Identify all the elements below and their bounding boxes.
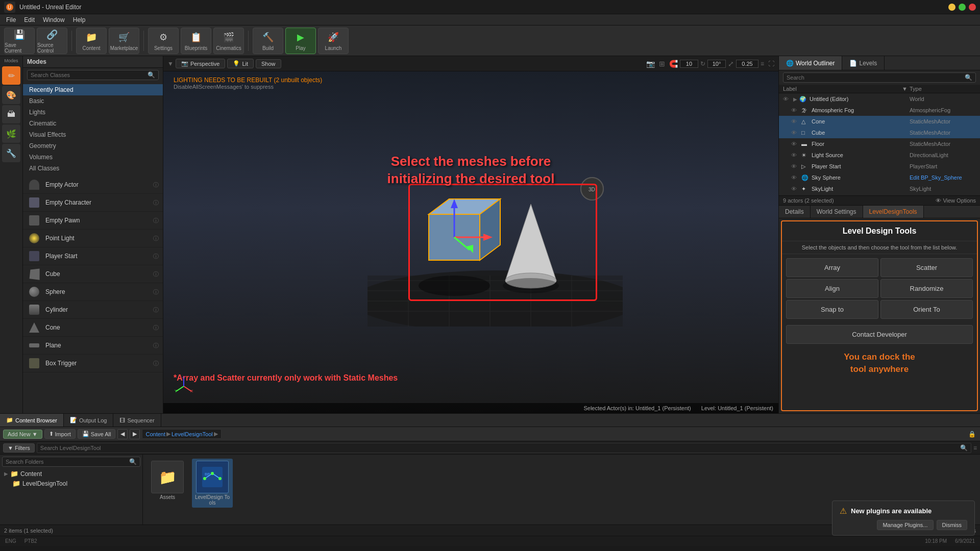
randomize-tool-button[interactable]: Randomize (880, 279, 973, 298)
snap-to-tool-button[interactable]: Snap to (786, 300, 878, 319)
visibility-icon[interactable]: 👁 (791, 152, 799, 158)
folder-search-field[interactable]: 🔍 (2, 457, 140, 467)
launch-button[interactable]: 🚀 Launch (318, 28, 349, 54)
category-cinematic[interactable]: Cinematic (23, 118, 163, 129)
build-button[interactable]: 🔨 Build (253, 28, 283, 54)
outliner-row[interactable]: 👁 △ Cone StaticMeshActor (779, 116, 980, 127)
list-item[interactable]: Empty Character ⓘ (23, 194, 163, 212)
item-info-icon[interactable]: ⓘ (153, 324, 159, 332)
array-tool-button[interactable]: Array (786, 258, 878, 277)
outliner-row[interactable]: 👁 🌫 Atmospheric Fog AtmosphericFog (779, 105, 980, 116)
item-info-icon[interactable]: ⓘ (153, 217, 159, 224)
place-mode-button[interactable]: ✏ (2, 66, 20, 85)
orient-to-tool-button[interactable]: Orient To (880, 300, 973, 319)
world-outliner-tab[interactable]: 🌐 World Outliner (779, 56, 842, 70)
save-all-button[interactable]: 💾 Save All (78, 429, 116, 439)
category-recently-placed[interactable]: Recently Placed (23, 84, 163, 95)
list-item[interactable]: Player Start ⓘ (23, 247, 163, 265)
blueprints-button[interactable]: 📋 Blueprints (181, 28, 211, 54)
import-button[interactable]: ⬆ Import (44, 429, 76, 439)
outliner-search-input[interactable] (787, 74, 965, 81)
item-info-icon[interactable]: ⓘ (153, 199, 159, 207)
output-log-tab[interactable]: 📝 Output Log (64, 414, 113, 427)
list-item[interactable]: Box Trigger ⓘ (23, 355, 163, 372)
list-item[interactable]: Cylinder ⓘ (23, 301, 163, 319)
visibility-icon[interactable]: 👁 (791, 141, 799, 147)
list-item[interactable]: Cube ⓘ (23, 265, 163, 283)
asset-item[interactable]: 📁 Assets (147, 459, 188, 508)
snap-icon[interactable]: 🧲 (669, 60, 678, 68)
item-info-icon[interactable]: ⓘ (153, 235, 159, 242)
play-button[interactable]: ▶ Play (285, 28, 316, 54)
scatter-tool-button[interactable]: Scatter (880, 258, 973, 277)
folder-search-input[interactable] (6, 459, 129, 465)
contact-developer-button[interactable]: Contact Developer (786, 325, 973, 344)
settings-button[interactable]: ⚙ Settings (148, 28, 179, 54)
asset-search-input[interactable] (40, 445, 960, 451)
item-info-icon[interactable]: ⓘ (153, 306, 159, 314)
grid-icon[interactable]: ⊞ (659, 60, 665, 68)
search-classes-input[interactable] (31, 72, 148, 78)
expand-icon[interactable]: ▶ (793, 96, 799, 102)
lit-button[interactable]: 💡 Lit (227, 59, 254, 68)
outliner-search-field[interactable]: 🔍 (783, 72, 976, 83)
asset-search-field[interactable]: 🔍 (37, 443, 971, 453)
path-folder[interactable]: LevelDesignTool (172, 431, 213, 437)
cinematics-button[interactable]: 🎬 Cinematics (213, 28, 244, 54)
content-button[interactable]: 📁 Content (76, 28, 107, 54)
maximize-viewport-icon[interactable]: ⛶ (768, 60, 774, 67)
category-volumes[interactable]: Volumes (23, 152, 163, 163)
menu-file[interactable]: File (2, 14, 20, 25)
level-design-tools-tab[interactable]: LevelDesignTools (863, 206, 924, 218)
source-control-button[interactable]: 🔗 Source Control (37, 28, 67, 54)
vp-options-icon[interactable]: ≡ (761, 60, 764, 67)
visibility-icon[interactable]: 👁 (791, 186, 799, 192)
list-item[interactable]: Plane ⓘ (23, 337, 163, 355)
close-button[interactable] (969, 4, 976, 11)
item-info-icon[interactable]: ⓘ (153, 253, 159, 260)
item-info-icon[interactable]: ⓘ (153, 270, 159, 278)
item-info-icon[interactable]: ⓘ (153, 288, 159, 296)
details-tab[interactable]: Details (779, 206, 811, 218)
menu-window[interactable]: Window (39, 14, 69, 25)
filter-options-icon[interactable]: ≡ (973, 444, 977, 452)
list-item[interactable]: Empty Pawn ⓘ (23, 212, 163, 230)
filters-button[interactable]: ▼ Filters (3, 443, 35, 453)
show-button[interactable]: Show (256, 59, 281, 68)
menu-edit[interactable]: Edit (20, 14, 39, 25)
dismiss-button[interactable]: Dismiss (937, 520, 968, 530)
outliner-row[interactable]: 👁 ☀ Light Source DirectionalLight (779, 149, 980, 161)
folder-item[interactable]: ▶ 📁 Content (2, 469, 140, 479)
search-classes-field[interactable]: 🔍 (27, 70, 159, 80)
add-new-button[interactable]: Add New ▼ (3, 430, 42, 439)
visibility-icon[interactable]: 👁 (783, 96, 791, 102)
path-root[interactable]: Content (145, 431, 165, 437)
geometry-mode-button[interactable]: 🔧 (2, 144, 20, 162)
lock-button[interactable]: 🔒 (967, 429, 977, 439)
visibility-icon[interactable]: 👁 (791, 107, 799, 113)
sort-icon[interactable]: ▼ (902, 86, 908, 92)
outliner-row[interactable]: 👁 ▷ Player Start PlayerStart (779, 161, 980, 172)
visibility-icon[interactable]: 👁 (791, 163, 799, 169)
outliner-row[interactable]: 👁 □ Cube StaticMeshActor (779, 127, 980, 138)
sequencer-tab[interactable]: 🎞 Sequencer (113, 414, 161, 427)
asset-item[interactable]: BP LevelDesign Tools (192, 459, 233, 508)
landscape-mode-button[interactable]: 🏔 (2, 105, 20, 123)
category-lights[interactable]: Lights (23, 107, 163, 118)
list-item[interactable]: Point Light ⓘ (23, 230, 163, 247)
outliner-row[interactable]: 👁 ▬ Floor StaticMeshActor (779, 138, 980, 149)
back-button[interactable]: ◀ (117, 429, 128, 439)
folder-item[interactable]: 📁 LevelDesignTool (2, 479, 140, 488)
visibility-icon[interactable]: 👁 (791, 118, 799, 124)
menu-help[interactable]: Help (69, 14, 90, 25)
category-visual-effects[interactable]: Visual Effects (23, 129, 163, 140)
outliner-row[interactable]: 👁 ✦ SkyLight SkyLight (779, 183, 980, 194)
list-item[interactable]: Sphere ⓘ (23, 283, 163, 301)
scale-input[interactable] (736, 60, 758, 68)
category-basic[interactable]: Basic (23, 95, 163, 107)
paint-mode-button[interactable]: 🎨 (2, 86, 20, 104)
foliage-mode-button[interactable]: 🌿 (2, 124, 20, 143)
grid-size-input[interactable] (680, 60, 698, 68)
item-info-icon[interactable]: ⓘ (153, 342, 159, 349)
visibility-icon[interactable]: 👁 (791, 130, 799, 136)
